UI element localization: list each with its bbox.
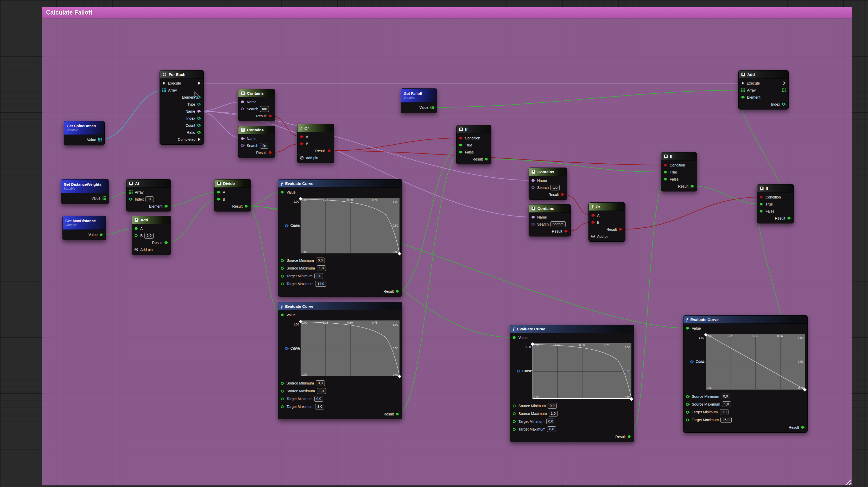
target-minimum-pin-in[interactable] xyxy=(513,420,517,424)
value-pin-in[interactable] xyxy=(686,326,690,330)
node-contains-fin[interactable]: ContainsNameSearchfinResult xyxy=(238,126,275,158)
search-input[interactable]: bottom xyxy=(551,221,565,227)
source-maximum-input[interactable]: 1,0 xyxy=(549,411,558,417)
true-pin-in[interactable] xyxy=(459,143,463,147)
node-if-1[interactable]: IfConditionTrueFalseResult xyxy=(456,125,491,164)
node-header[interactable]: ƒOr xyxy=(589,203,625,211)
target-maximum-pin-in[interactable] xyxy=(281,405,285,409)
search-pin-in[interactable] xyxy=(531,222,535,226)
source-minimum-input[interactable]: 0,0 xyxy=(548,403,557,409)
search-input[interactable]: fin xyxy=(260,143,268,149)
node-header[interactable]: ƒEvaluate Curve xyxy=(510,325,634,333)
result-pin-out[interactable] xyxy=(328,149,332,153)
node-header[interactable]: Get Falloff Variable xyxy=(401,89,437,102)
node-header[interactable]: Contains xyxy=(239,89,275,97)
node-or-2[interactable]: ƒOrABResultAdd pin xyxy=(588,202,625,242)
a-pin-in[interactable] xyxy=(217,190,221,194)
array-pin-in[interactable] xyxy=(129,190,133,194)
node-eval-4[interactable]: ƒEvaluate CurveValue Curve 0.000.250.500… xyxy=(683,315,808,433)
add-pin-button[interactable]: Add pin xyxy=(132,246,171,253)
search-pin-in[interactable] xyxy=(241,107,245,111)
b-pin-in[interactable] xyxy=(134,234,138,237)
result-pin-out[interactable] xyxy=(396,289,400,293)
target-maximum-input[interactable]: 25,0 xyxy=(720,417,731,423)
condition-pin-in[interactable] xyxy=(459,136,463,140)
node-add-float[interactable]: AddAB2,0ResultAdd pin xyxy=(132,216,171,255)
array-pin-in[interactable] xyxy=(741,88,745,92)
result-pin-out[interactable] xyxy=(164,241,168,245)
node-or-1[interactable]: ƒOrABResultAdd pin xyxy=(297,124,334,163)
completed-pin-out[interactable] xyxy=(197,137,201,141)
node-header[interactable]: Get MaxDistance Variable xyxy=(63,216,106,230)
result-pin-out[interactable] xyxy=(485,157,489,161)
curve-pin-in[interactable] xyxy=(285,224,289,228)
array-pin-out[interactable] xyxy=(782,88,786,92)
curve-pin-in[interactable] xyxy=(285,347,289,350)
node-distanceweights[interactable]: Get DistanceWeights VariableValue xyxy=(61,179,109,204)
node-header[interactable]: ƒOr xyxy=(298,124,334,132)
execute-pin-out[interactable] xyxy=(782,81,786,85)
result-pin-out[interactable] xyxy=(787,216,791,220)
add-pin-button[interactable]: Add pin xyxy=(589,233,625,240)
index-input[interactable]: 0 xyxy=(146,196,154,202)
result-pin-out[interactable] xyxy=(564,229,568,233)
value-pin-in[interactable] xyxy=(281,313,285,317)
name-pin-in[interactable] xyxy=(531,178,535,182)
node-add-array[interactable]: AddExecuteArrayElementIndex xyxy=(738,70,788,109)
target-minimum-pin-in[interactable] xyxy=(281,397,285,401)
source-minimum-pin-in[interactable] xyxy=(513,404,517,408)
node-header[interactable]: ƒEvaluate Curve xyxy=(278,302,402,311)
source-maximum-pin-in[interactable] xyxy=(281,266,285,270)
node-maxdistance[interactable]: Get MaxDistance VariableValue xyxy=(62,216,106,240)
source-maximum-pin-in[interactable] xyxy=(513,412,517,416)
search-pin-in[interactable] xyxy=(241,143,245,148)
node-header[interactable]: Contains xyxy=(529,204,570,213)
search-pin-in[interactable] xyxy=(531,186,535,189)
node-divide[interactable]: DivideABResult xyxy=(214,179,251,212)
result-pin-out[interactable] xyxy=(396,412,400,416)
curve-pin-in[interactable] xyxy=(517,369,521,373)
node-spinebones[interactable]: Get SpineBones VariableValue xyxy=(64,121,105,145)
false-pin-in[interactable] xyxy=(664,177,668,181)
execute-pin-in[interactable] xyxy=(741,81,745,85)
node-header[interactable]: Contains xyxy=(529,168,567,176)
search-input[interactable]: tail xyxy=(260,106,269,112)
a-pin-in[interactable] xyxy=(591,213,595,217)
array-pin-in[interactable] xyxy=(162,88,166,92)
name-pin-in[interactable] xyxy=(241,137,245,140)
curve-graph[interactable]: 0.000.250.500.751.000.500.001.000.500.00 xyxy=(301,198,400,253)
value-pin-in[interactable] xyxy=(513,335,517,339)
source-maximum-input[interactable]: 1,0 xyxy=(722,401,731,407)
b-pin-in[interactable] xyxy=(217,197,221,201)
node-foreach[interactable]: For EachExecuteArrayElementTypeNameIndex… xyxy=(159,70,204,144)
node-contains-tail[interactable]: ContainsNameSearchtailResult xyxy=(238,89,275,121)
source-maximum-pin-in[interactable] xyxy=(281,389,285,393)
ratio-pin-out[interactable] xyxy=(197,130,201,134)
false-pin-in[interactable] xyxy=(760,209,764,213)
node-header[interactable]: ƒEvaluate Curve xyxy=(683,316,807,324)
source-minimum-pin-in[interactable] xyxy=(281,381,285,385)
node-header[interactable]: Add xyxy=(739,70,788,78)
name-pin-in[interactable] xyxy=(241,100,245,104)
index-pin-in[interactable] xyxy=(129,197,133,201)
target-minimum-input[interactable]: 0,0 xyxy=(314,396,323,402)
node-header[interactable]: If xyxy=(457,125,491,133)
b-pin-in[interactable] xyxy=(591,220,595,224)
target-minimum-input[interactable]: 0,0 xyxy=(720,409,729,415)
node-header[interactable]: Get SpineBones Variable xyxy=(64,121,104,135)
type-pin-out[interactable] xyxy=(197,102,201,106)
node-header[interactable]: If xyxy=(661,153,697,161)
source-minimum-input[interactable]: 0,0 xyxy=(316,258,325,263)
source-maximum-pin-in[interactable] xyxy=(686,402,690,407)
node-header[interactable]: ƒEvaluate Curve xyxy=(278,180,402,188)
value-pin-in[interactable] xyxy=(281,190,285,194)
node-falloff[interactable]: Get Falloff VariableValue xyxy=(401,89,437,113)
node-header[interactable]: Add xyxy=(132,216,171,224)
target-maximum-pin-in[interactable] xyxy=(281,282,285,286)
value-pin-out[interactable] xyxy=(98,138,102,142)
index-pin-out[interactable] xyxy=(782,102,786,106)
result-pin-out[interactable] xyxy=(244,204,249,208)
target-minimum-input[interactable]: 2,0 xyxy=(314,273,323,279)
search-input[interactable]: top xyxy=(551,185,560,190)
b-input[interactable]: 2,0 xyxy=(145,233,154,238)
